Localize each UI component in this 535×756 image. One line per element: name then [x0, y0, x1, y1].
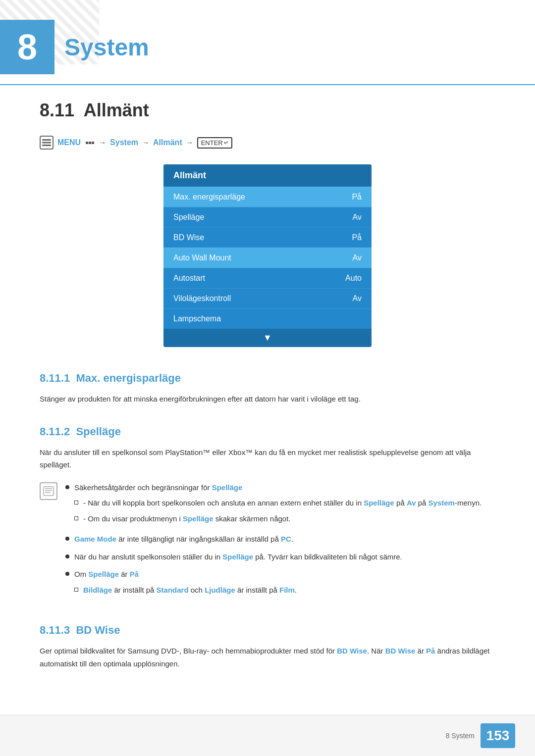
sub-bullet-square-2 — [74, 516, 78, 520]
sub-bullet-square-3 — [74, 588, 78, 592]
menu-path: MENU → System → Allmänt → ENTER ↵ — [40, 136, 495, 150]
sub-bullet-text-1: - När du vill koppla bort spelkonsolen o… — [83, 497, 482, 509]
menu-label-spellage: Spelläge — [173, 213, 204, 222]
footer-label: 8 System — [446, 732, 475, 740]
section-title: 8.11 Allmänt — [40, 100, 495, 121]
subsection-8-11-2-title: 8.11.2 Spelläge — [40, 425, 495, 438]
menu-icon — [40, 136, 54, 150]
bullet-text-game-mode: Game Mode är inte tillgängligt när ingån… — [74, 533, 293, 546]
chapter-number: 8 — [0, 20, 54, 74]
svg-rect-1 — [42, 142, 51, 144]
note-container: Säkerhetsåtgärder och begränsningar för … — [40, 481, 495, 605]
subsection-8-11-1-body: Stänger av produkten för att minska ener… — [40, 393, 495, 405]
bullet-item-safety: Säkerhetsåtgärder och begränsningar för … — [65, 481, 495, 528]
sub-bullet-bildlage: Bildläge är inställt på Standard och Lju… — [74, 584, 297, 597]
bullet-dot-3 — [65, 554, 69, 558]
svg-rect-2 — [42, 145, 51, 146]
sub-bullet-list-pa: Bildläge är inställt på Standard och Lju… — [74, 584, 297, 597]
ui-menu-container: Allmänt Max. energisparläge På Spelläge … — [40, 164, 495, 347]
menu-value-spellage: Av — [353, 213, 362, 222]
menu-row-auto-wall-mount[interactable]: Auto Wall Mount Av — [163, 248, 372, 268]
menu-label-auto-wall-mount: Auto Wall Mount — [173, 253, 231, 262]
note-icon — [40, 482, 57, 500]
menu-label-lampschema: Lampschema — [173, 314, 221, 323]
sub-bullet-text-bildlage: Bildläge är inställt på Standard och Lju… — [83, 584, 297, 597]
svg-rect-0 — [42, 139, 51, 141]
bullet-list-spellage: Säkerhetsåtgärder och begränsningar för … — [65, 481, 495, 600]
menu-row-lampschema[interactable]: Lampschema — [163, 308, 372, 329]
bullet-item-connected: När du har anslutit spelkonsolen ställer… — [65, 551, 495, 563]
menu-value-bd-wise: På — [352, 233, 362, 242]
sub-bullet-list-safety: - När du vill koppla bort spelkonsolen o… — [74, 497, 482, 525]
menu-item-system: System — [110, 138, 138, 147]
bullet-text-connected: När du har anslutit spelkonsolen ställer… — [74, 551, 402, 563]
arrow-3: → — [186, 139, 193, 147]
menu-value-vilolageskontroll: Av — [353, 294, 362, 303]
sub-bullet-text-2: - Om du visar produktmenyn i Spelläge sk… — [83, 512, 291, 525]
bullet-item-game-mode: Game Mode är inte tillgängligt när ingån… — [65, 533, 495, 546]
menu-label-vilolageskontroll: Vilolägeskontroll — [173, 294, 231, 303]
menu-value-max-energy: På — [352, 193, 362, 202]
chapter-title: System — [64, 34, 149, 61]
sub-bullet-1: - När du vill koppla bort spelkonsolen o… — [74, 497, 482, 509]
menu-value-auto-wall-mount: Av — [353, 253, 362, 262]
ui-menu: Allmänt Max. energisparläge På Spelläge … — [163, 164, 372, 347]
menu-label-max-energy: Max. energisparläge — [173, 193, 245, 202]
ui-menu-header: Allmänt — [163, 164, 372, 187]
enter-icon: ENTER ↵ — [197, 137, 232, 149]
menu-item-menu: MENU — [57, 138, 81, 147]
sub-bullet-square-1 — [74, 501, 78, 504]
menu-row-autostart[interactable]: Autostart Auto — [163, 268, 372, 288]
menu-row-vilolageskontroll[interactable]: Vilolägeskontroll Av — [163, 288, 372, 308]
subsection-8-11-2-body: När du ansluter till en spelkonsol som P… — [40, 446, 495, 471]
sub-bullet-2: - Om du visar produktmenyn i Spelläge sk… — [74, 512, 482, 525]
menu-label-bd-wise: BD Wise — [173, 233, 204, 242]
menu-row-spellage[interactable]: Spelläge Av — [163, 207, 372, 227]
menu-value-autostart: Auto — [345, 274, 362, 283]
note-content: Säkerhetsåtgärder och begränsningar för … — [65, 481, 495, 605]
subsection-8-11-3-body: Ger optimal bildkvalitet för Samsung DVD… — [40, 645, 495, 670]
bullet-dot — [65, 485, 69, 489]
bullet-dot-2 — [65, 537, 69, 541]
subsection-8-11-1-title: 8.11.1 Max. energisparläge — [40, 372, 495, 385]
footer-page-number: 153 — [481, 723, 515, 748]
subsection-8-11-3-title: 8.11.3 BD Wise — [40, 624, 495, 637]
bullet-item-om-spellage: Om Spelläge är På Bildläge är inställt p… — [65, 568, 495, 599]
menu-row-bd-wise[interactable]: BD Wise På — [163, 227, 372, 248]
arrow-2: → — [142, 139, 149, 147]
bullet-text-safety: Säkerhetsåtgärder och begränsningar för … — [74, 481, 482, 528]
footer: 8 System 153 — [0, 715, 535, 756]
bullet-dot-4 — [65, 572, 69, 576]
arrow-1: → — [99, 139, 106, 147]
bullet-text-om-spellage: Om Spelläge är På Bildläge är inställt p… — [74, 568, 297, 599]
svg-rect-3 — [44, 487, 54, 496]
menu-label-autostart: Autostart — [173, 274, 205, 283]
menu-item-allmaent: Allmänt — [153, 138, 182, 147]
ui-menu-more-indicator: ▼ — [163, 329, 372, 347]
menu-row-max-energy[interactable]: Max. energisparläge På — [163, 187, 372, 207]
